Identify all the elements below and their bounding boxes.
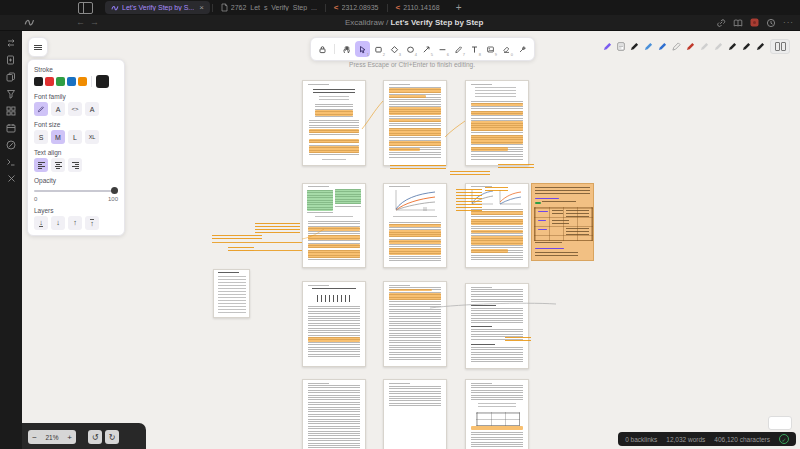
tab-2110-14168[interactable]: < 2110.14168 — [390, 1, 446, 14]
bring-forward-button[interactable]: ↑ — [68, 216, 82, 230]
clock-icon[interactable] — [766, 18, 776, 28]
tab-2762-pdf[interactable]: 2762_Let_s_Verify_Step_... — [215, 1, 323, 14]
purple-pen-icon[interactable] — [603, 42, 612, 51]
new-drawing-icon[interactable] — [6, 140, 16, 150]
share-link-icon[interactable] — [716, 18, 726, 28]
paper-page-small[interactable] — [213, 269, 250, 318]
summary-note-card[interactable] — [531, 183, 594, 261]
annotation-lines[interactable] — [498, 164, 534, 168]
opacity-slider[interactable] — [34, 187, 118, 195]
paper-page[interactable] — [465, 80, 529, 166]
stroke-swatch-black[interactable] — [34, 77, 43, 86]
nav-forward-button[interactable]: → — [90, 17, 99, 27]
more-options-icon[interactable]: ··· — [783, 18, 794, 27]
line-tool-button[interactable]: 6 — [435, 41, 450, 57]
paper-page[interactable] — [383, 379, 447, 449]
blue-pencil-icon[interactable] — [644, 42, 653, 51]
disabled-pen-icon[interactable] — [714, 42, 723, 51]
excalidraw-canvas[interactable]: 1 2 3 4 5 — [22, 31, 800, 449]
bring-to-front-button[interactable]: ↑ — [85, 216, 99, 230]
character-count[interactable]: 406,120 characters — [714, 436, 770, 443]
word-count[interactable]: 12,032 words — [666, 436, 705, 443]
align-center-button[interactable] — [51, 158, 65, 172]
annotation-lines[interactable] — [505, 337, 531, 342]
draw-tool-button[interactable]: 7 — [451, 41, 466, 57]
paper-page[interactable] — [383, 183, 447, 268]
menu-button[interactable] — [28, 37, 48, 57]
tab-lets-verify[interactable]: Let's Verify Step by S... × — [105, 1, 210, 14]
redo-button[interactable]: ↻ — [105, 430, 119, 444]
disabled-pen-icon[interactable] — [700, 42, 709, 51]
scroll-corner-handle[interactable] — [768, 416, 792, 430]
font-normal-button[interactable]: A — [51, 102, 65, 116]
eraser-tool-button[interactable]: 0 — [499, 41, 514, 57]
hand-tool-button[interactable] — [339, 41, 354, 57]
stroke-swatch-blue[interactable] — [67, 77, 76, 86]
align-left-button[interactable] — [34, 158, 48, 172]
terminal-icon[interactable] — [6, 157, 16, 167]
active-stroke-swatch[interactable] — [96, 75, 109, 88]
stroke-swatch-red[interactable] — [45, 77, 54, 86]
new-note-icon[interactable] — [6, 55, 16, 65]
new-tab-button[interactable]: + — [456, 2, 462, 13]
close-icon[interactable] — [7, 174, 16, 183]
canvas-grid-icon[interactable] — [6, 106, 16, 116]
selection-tool-button[interactable]: 1 — [355, 41, 370, 57]
text-tool-button[interactable]: 8 — [467, 41, 482, 57]
filter-icon[interactable] — [6, 89, 16, 99]
font-other-button[interactable]: A — [85, 102, 99, 116]
annotation-lines[interactable] — [212, 235, 262, 241]
zoom-level[interactable]: 21% — [41, 434, 63, 441]
font-size-m-button[interactable]: M — [51, 130, 65, 144]
annotation-lines[interactable] — [255, 223, 300, 234]
zoom-out-button[interactable]: − — [28, 433, 41, 442]
annotation-lines[interactable] — [228, 247, 254, 253]
outline-pen-icon[interactable] — [672, 42, 681, 51]
nav-back-button[interactable]: ← — [76, 17, 85, 27]
opacity-knob[interactable] — [111, 187, 118, 194]
stroke-swatch-green[interactable] — [56, 77, 65, 86]
tab-close-icon[interactable]: × — [199, 3, 204, 12]
sync-check-icon[interactable]: ✓ — [779, 434, 789, 444]
arrow-tool-button[interactable]: 5 — [419, 41, 434, 57]
quick-switcher-icon[interactable] — [6, 38, 16, 48]
annotation-lines[interactable] — [390, 165, 446, 169]
font-size-xl-button[interactable]: XL — [85, 130, 99, 144]
black-pen-icon[interactable] — [630, 42, 639, 51]
rectangle-tool-button[interactable]: 2 — [371, 41, 386, 57]
align-right-button[interactable] — [68, 158, 82, 172]
annotation-lines[interactable] — [456, 189, 482, 213]
ellipse-tool-button[interactable]: 4 — [403, 41, 418, 57]
stroke-swatch-orange[interactable] — [78, 77, 87, 86]
annotation-lines[interactable] — [450, 171, 490, 175]
tab-2312-08935[interactable]: < 2312.08935 — [328, 1, 385, 14]
black-pen-icon[interactable] — [756, 42, 765, 51]
zoom-in-button[interactable]: + — [63, 433, 76, 442]
paper-page[interactable] — [383, 281, 447, 367]
black-pen-icon[interactable] — [742, 42, 751, 51]
send-to-back-button[interactable]: ↓ — [34, 216, 48, 230]
paper-page[interactable] — [465, 379, 529, 449]
sidebar-toggle-icon[interactable] — [78, 2, 93, 14]
lock-tool-button[interactable] — [315, 41, 330, 57]
record-icon[interactable] — [750, 18, 759, 27]
blue-pen-icon[interactable] — [658, 42, 667, 51]
font-size-l-button[interactable]: L — [68, 130, 82, 144]
paper-page[interactable] — [302, 281, 366, 367]
font-hand-drawn-button[interactable] — [34, 102, 48, 116]
paper-page[interactable] — [302, 183, 366, 268]
undo-button[interactable]: ↺ — [88, 430, 102, 444]
daily-note-icon[interactable] — [6, 123, 16, 133]
image-tool-button[interactable]: 9 — [483, 41, 498, 57]
backlinks-count[interactable]: 0 backlinks — [625, 436, 657, 443]
paper-page[interactable] — [465, 283, 529, 369]
laser-tool-button[interactable] — [515, 41, 530, 57]
files-icon[interactable] — [6, 72, 16, 82]
black-pen-icon[interactable] — [728, 42, 737, 51]
red-pen-icon[interactable] — [686, 42, 695, 51]
paper-page[interactable] — [383, 80, 447, 166]
diamond-tool-button[interactable]: 3 — [387, 41, 402, 57]
send-backward-button[interactable]: ↓ — [51, 216, 65, 230]
paper-page[interactable] — [302, 80, 366, 166]
font-code-button[interactable]: <> — [68, 102, 82, 116]
